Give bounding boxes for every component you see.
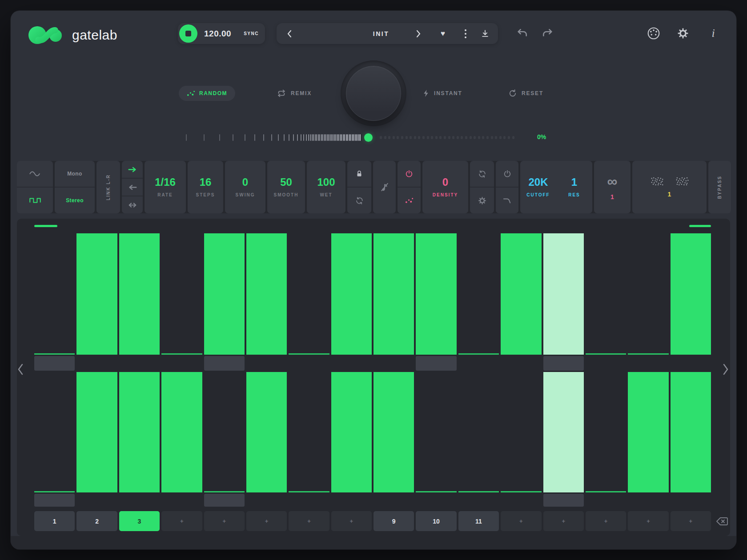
slider-handle[interactable] bbox=[364, 133, 373, 142]
sequencer-prev-page-button[interactable] bbox=[17, 363, 25, 376]
step-4-right-bar[interactable] bbox=[161, 372, 202, 492]
generator-amount-slider[interactable] bbox=[186, 131, 517, 144]
step-16-right-bar[interactable] bbox=[671, 372, 711, 492]
step-8-right-bar[interactable] bbox=[331, 372, 372, 492]
generator-knob[interactable] bbox=[341, 60, 406, 126]
step-1-right-slider[interactable] bbox=[34, 372, 75, 492]
step-10-left-slider[interactable] bbox=[416, 233, 456, 355]
play-stop-button[interactable] bbox=[179, 24, 197, 43]
step-14-right-slider[interactable] bbox=[586, 372, 626, 492]
bypass-toggle[interactable]: BYPASS bbox=[708, 161, 731, 213]
step-6-left-slider[interactable] bbox=[246, 233, 287, 355]
step-3-right-bar[interactable] bbox=[119, 372, 160, 492]
lock-button[interactable] bbox=[347, 161, 371, 187]
step-3-right-slider[interactable] bbox=[119, 372, 160, 492]
step-2-right-slider[interactable] bbox=[76, 372, 117, 492]
reset-button[interactable]: RESET bbox=[508, 89, 543, 98]
repeat-control[interactable]: ∞ 1 bbox=[594, 161, 631, 213]
redo-button[interactable] bbox=[541, 27, 554, 40]
step-1-right-handle[interactable] bbox=[34, 494, 75, 507]
step-13-left-handle[interactable] bbox=[543, 356, 584, 371]
add-pattern-button-16[interactable]: + bbox=[671, 511, 711, 531]
direction-forward-button[interactable] bbox=[122, 161, 143, 178]
pattern-button-3[interactable]: 3 bbox=[119, 511, 160, 531]
undo-button[interactable] bbox=[516, 27, 529, 40]
step-9-left-slider[interactable] bbox=[374, 233, 414, 355]
waveform-square-button[interactable] bbox=[17, 187, 53, 213]
step-8-left-bar[interactable] bbox=[331, 233, 372, 355]
range-start-indicator[interactable] bbox=[34, 225, 57, 227]
step-5-left-bar[interactable] bbox=[204, 233, 245, 355]
delete-pattern-button[interactable] bbox=[714, 513, 731, 530]
step-4-right-slider[interactable] bbox=[161, 372, 202, 492]
step-14-left-slider[interactable] bbox=[586, 233, 626, 355]
steps-control[interactable]: 16 STEPS bbox=[188, 161, 223, 213]
favorite-button[interactable]: ♥ bbox=[435, 29, 450, 38]
smooth-control[interactable]: 50 SMOOTH bbox=[267, 161, 305, 213]
swing-control[interactable]: 0 SWING bbox=[225, 161, 265, 213]
texture-control[interactable]: 1 bbox=[632, 161, 707, 213]
info-button[interactable]: i bbox=[707, 26, 719, 41]
step-10-right-slider[interactable] bbox=[416, 372, 456, 492]
step-1-left-handle[interactable] bbox=[34, 356, 75, 371]
settings-button[interactable] bbox=[677, 27, 689, 40]
step-12-left-slider[interactable] bbox=[501, 233, 541, 355]
step-6-right-bar[interactable] bbox=[246, 372, 287, 492]
step-7-left-slider[interactable] bbox=[289, 233, 329, 355]
add-pattern-button-4[interactable]: + bbox=[161, 511, 202, 531]
step-2-left-slider[interactable] bbox=[76, 233, 117, 355]
remix-mode-button[interactable]: REMIX bbox=[277, 89, 312, 98]
sync-toggle[interactable]: SYNC bbox=[244, 31, 259, 36]
rate-control[interactable]: 1/16 RATE bbox=[145, 161, 186, 213]
step-2-right-bar[interactable] bbox=[76, 372, 117, 492]
filter-type-button[interactable] bbox=[496, 187, 518, 213]
step-11-left-slider[interactable] bbox=[458, 233, 499, 355]
preset-next-button[interactable] bbox=[411, 30, 426, 38]
step-8-right-slider[interactable] bbox=[331, 372, 372, 492]
step-10-left-bar[interactable] bbox=[416, 233, 456, 355]
bpm-value[interactable]: 120.00 bbox=[204, 29, 231, 39]
step-16-left-bar[interactable] bbox=[671, 233, 711, 355]
stereo-button[interactable]: Stereo bbox=[55, 187, 95, 213]
instant-mode-button[interactable]: INSTANT bbox=[422, 89, 462, 98]
step-3-left-bar[interactable] bbox=[119, 233, 160, 355]
step-5-right-handle[interactable] bbox=[204, 494, 245, 507]
filter-settings-button[interactable] bbox=[470, 187, 494, 213]
step-13-right-bar[interactable] bbox=[543, 372, 584, 492]
step-15-right-bar[interactable] bbox=[628, 372, 668, 492]
step-12-left-bar[interactable] bbox=[501, 233, 541, 355]
pattern-button-2[interactable]: 2 bbox=[76, 511, 117, 531]
step-5-left-handle[interactable] bbox=[204, 356, 245, 371]
filter-power-button[interactable] bbox=[496, 161, 518, 187]
cutoff-control[interactable]: 20K CUTOFF bbox=[520, 161, 556, 213]
res-control[interactable]: 1 RES bbox=[556, 161, 592, 213]
step-8-left-slider[interactable] bbox=[331, 233, 372, 355]
add-pattern-button-5[interactable]: + bbox=[204, 511, 245, 531]
step-9-right-bar[interactable] bbox=[374, 372, 414, 492]
density-random-button[interactable] bbox=[398, 187, 421, 213]
step-2-left-bar[interactable] bbox=[76, 233, 117, 355]
preset-menu-button[interactable] bbox=[458, 29, 473, 39]
add-pattern-button-7[interactable]: + bbox=[289, 511, 329, 531]
step-12-right-slider[interactable] bbox=[501, 372, 541, 492]
pattern-button-11[interactable]: 11 bbox=[458, 511, 499, 531]
direction-backward-button[interactable] bbox=[122, 178, 143, 196]
step-13-left-slider[interactable] bbox=[543, 233, 584, 355]
waveform-sine-button[interactable] bbox=[17, 161, 53, 187]
preset-prev-button[interactable] bbox=[282, 30, 297, 38]
add-pattern-button-6[interactable]: + bbox=[246, 511, 287, 531]
step-13-right-slider[interactable] bbox=[543, 372, 584, 492]
pattern-button-1[interactable]: 1 bbox=[34, 511, 75, 531]
random-mode-button[interactable]: RANDOM bbox=[179, 86, 235, 101]
step-7-right-slider[interactable] bbox=[289, 372, 329, 492]
step-5-right-slider[interactable] bbox=[204, 372, 245, 492]
add-pattern-button-14[interactable]: + bbox=[586, 511, 626, 531]
step-10-left-handle[interactable] bbox=[416, 356, 456, 371]
step-16-left-slider[interactable] bbox=[671, 233, 711, 355]
add-pattern-button-13[interactable]: + bbox=[543, 511, 584, 531]
step-11-right-slider[interactable] bbox=[458, 372, 499, 492]
sequencer-next-page-button[interactable] bbox=[722, 363, 730, 376]
step-5-left-slider[interactable] bbox=[204, 233, 245, 355]
step-15-right-slider[interactable] bbox=[628, 372, 668, 492]
filter-cycle-button[interactable] bbox=[470, 161, 494, 187]
